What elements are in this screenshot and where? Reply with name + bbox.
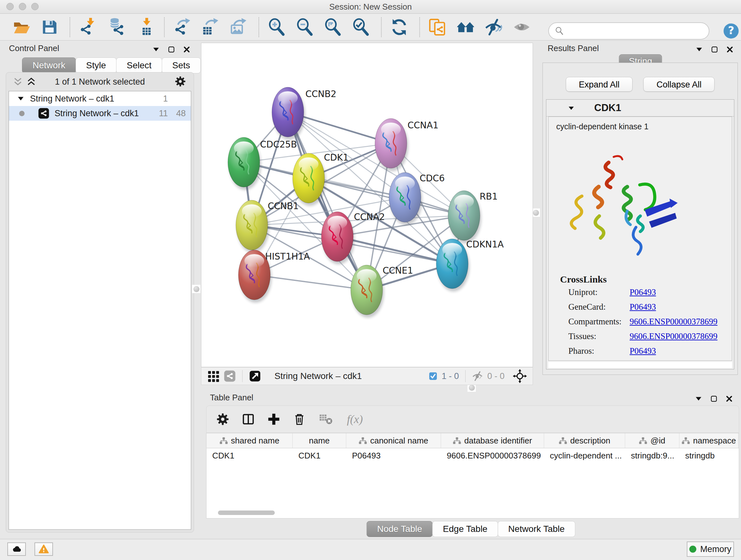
network-canvas[interactable]: CCNB2 CCNA1 CDC25B CDK1: [201, 43, 533, 367]
hidden-elements-icon[interactable]: [472, 370, 483, 382]
refresh-view-icon[interactable]: [390, 18, 408, 37]
expand-all-button[interactable]: Expand All: [566, 77, 633, 91]
column-header-shared-name[interactable]: shared name: [206, 433, 293, 448]
gear-icon[interactable]: [174, 75, 187, 88]
close-window-icon[interactable]: [6, 3, 14, 10]
grid-view-icon[interactable]: [207, 370, 219, 382]
crosslink-link[interactable]: P06493: [630, 287, 656, 297]
column-header-database-identifier[interactable]: database identifier: [441, 433, 544, 448]
network-thumbnail-icon[interactable]: [224, 370, 236, 382]
node-CCNE1[interactable]: CCNE1: [351, 265, 413, 318]
table-cell[interactable]: CDK1: [206, 448, 293, 463]
node-CCNB1[interactable]: CCNB1: [236, 200, 299, 253]
export-image-icon[interactable]: [229, 18, 248, 37]
protein-section-header[interactable]: CDK1: [546, 100, 734, 117]
table-options-gear-icon[interactable]: [215, 412, 230, 427]
export-table-icon[interactable]: [201, 18, 219, 37]
import-network-database-icon[interactable]: [107, 18, 125, 37]
table-row[interactable]: CDK1CDK1P064939606.ENSP00000378699cyclin…: [206, 448, 739, 463]
maximize-window-icon[interactable]: [31, 3, 39, 10]
tab-node-table[interactable]: Node Table: [367, 521, 433, 537]
crosslink-label: Compartments:: [568, 317, 630, 327]
crosslink-link[interactable]: 9606.ENSP00000378699: [630, 331, 718, 341]
protein-details: cyclin-dependent kinase 1: [548, 117, 732, 361]
horizontal-scrollbar[interactable]: [218, 510, 275, 515]
zoom-selected-icon[interactable]: [352, 18, 370, 37]
float-panel-icon[interactable]: [711, 45, 719, 54]
save-session-icon[interactable]: [40, 18, 59, 37]
collapse-panel-icon[interactable]: [695, 45, 703, 54]
open-file-icon[interactable]: [12, 18, 30, 37]
node-RB1[interactable]: RB1: [448, 191, 497, 243]
collapse-panel-icon[interactable]: [152, 45, 160, 54]
table-cell[interactable]: CDK1: [293, 448, 346, 463]
tab-sets[interactable]: Sets: [162, 57, 201, 73]
node-HIST1H1A[interactable]: HIST1H1A: [239, 250, 310, 303]
fit-selected-icon[interactable]: [513, 369, 527, 383]
tab-edge-table[interactable]: Edge Table: [432, 521, 498, 537]
edge-CCNB2-CCNE1[interactable]: [288, 112, 367, 290]
close-panel-icon[interactable]: [183, 45, 191, 54]
zoom-fit-icon[interactable]: [324, 18, 342, 37]
protein-structure-image: [561, 150, 686, 257]
table-cell[interactable]: stringdb: [679, 448, 738, 463]
search-input[interactable]: [565, 26, 709, 37]
edge-CCNA2-CDKN1A[interactable]: [337, 237, 452, 264]
help-button[interactable]: ?: [723, 22, 740, 40]
cloud-button[interactable]: [7, 543, 26, 556]
clone-network-icon[interactable]: [428, 18, 447, 37]
node-CCNA1[interactable]: CCNA1: [375, 118, 439, 171]
table-cell[interactable]: cyclin-dependent ...: [544, 448, 625, 463]
tab-style[interactable]: Style: [76, 57, 117, 73]
export-network-icon[interactable]: [173, 18, 192, 37]
warnings-button[interactable]: [35, 543, 53, 556]
table-cell[interactable]: 9606.ENSP00000378699: [441, 448, 544, 463]
close-panel-icon[interactable]: [726, 45, 734, 54]
left-splitter-handle[interactable]: [192, 285, 200, 293]
network-collection-row[interactable]: String Network – cdk1 1: [9, 91, 191, 106]
table-cell[interactable]: P06493: [346, 448, 441, 463]
import-network-file-icon[interactable]: [78, 18, 97, 37]
crosslink-link[interactable]: 9606.ENSP00000378699: [630, 317, 718, 327]
column-header-canonical-name[interactable]: canonical name: [346, 433, 441, 448]
tab-network[interactable]: Network: [22, 57, 76, 73]
table-cell[interactable]: stringdb:9...: [625, 448, 679, 463]
show-columns-icon[interactable]: [241, 412, 256, 427]
float-panel-icon[interactable]: [167, 45, 176, 54]
crosslinks-heading: CrossLinks: [560, 274, 732, 285]
shared-column-icon: [559, 437, 567, 444]
node-CCNB2[interactable]: CCNB2: [272, 87, 336, 140]
network-row-selected[interactable]: String Network – cdk1 11 48: [9, 106, 191, 121]
section-collapse-icon[interactable]: [567, 105, 575, 112]
selected-nodes-checkbox-icon[interactable]: [428, 371, 438, 381]
tab-network-table[interactable]: Network Table: [497, 521, 575, 537]
search-box[interactable]: [548, 22, 710, 40]
node-CDKN1A[interactable]: CDKN1A: [436, 239, 503, 292]
detach-view-icon[interactable]: [249, 370, 261, 382]
import-table-file-icon[interactable]: [135, 18, 153, 37]
delete-column-icon[interactable]: [292, 412, 307, 427]
crosslink-link[interactable]: P06493: [630, 302, 656, 312]
window-controls[interactable]: [6, 3, 39, 10]
node-label-CCNE1: CCNE1: [383, 265, 413, 276]
tab-select[interactable]: Select: [116, 57, 162, 73]
collapse-panel-icon[interactable]: [694, 395, 703, 403]
zoom-in-icon[interactable]: [267, 18, 286, 37]
first-neighbors-icon[interactable]: [456, 18, 475, 37]
hide-selected-icon[interactable]: [484, 18, 503, 37]
tree-expand-icon[interactable]: [17, 95, 25, 103]
column-header-description[interactable]: description: [544, 433, 625, 448]
float-panel-icon[interactable]: [710, 395, 718, 403]
crosslink-label: Tissues:: [568, 331, 630, 341]
close-panel-icon[interactable]: [725, 395, 733, 403]
collapse-all-button[interactable]: Collapse All: [643, 77, 715, 91]
column-header-name[interactable]: name: [293, 433, 346, 448]
add-column-icon[interactable]: [266, 412, 281, 427]
minimize-window-icon[interactable]: [19, 3, 26, 10]
crosslink-link[interactable]: P06493: [630, 346, 656, 356]
column-header-namespace[interactable]: namespace: [679, 433, 738, 448]
column-header-@id[interactable]: @id: [625, 433, 679, 448]
zoom-out-icon[interactable]: [295, 18, 314, 37]
svg-text:?: ?: [728, 24, 734, 37]
memory-button[interactable]: Memory: [687, 542, 734, 557]
